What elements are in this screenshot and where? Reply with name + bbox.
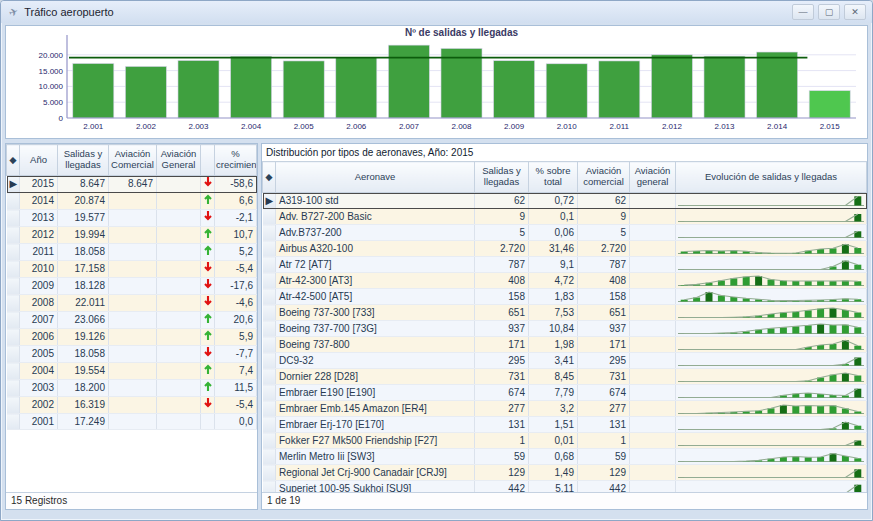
cell-salidas-llegadas: 5 bbox=[475, 225, 529, 241]
cell-aviacion-general bbox=[630, 305, 676, 321]
cell-salidas-llegadas: 19.554 bbox=[58, 363, 109, 380]
growth-down-icon bbox=[203, 176, 213, 188]
y-tick-label: 20.000 bbox=[39, 51, 64, 60]
cell-salidas-llegadas: 408 bbox=[475, 273, 529, 289]
year-row-2014[interactable]: 201420.8746,6 bbox=[7, 193, 257, 210]
column-header-aviacion-comercial[interactable]: Aviación comercial bbox=[578, 162, 630, 193]
column-header-porcentaje-total[interactable]: % sobre total bbox=[529, 162, 578, 193]
aircraft-row[interactable]: Embraer Erj-170 [E170]1311,51131 bbox=[263, 417, 867, 433]
year-row-2015[interactable]: ▶20158.6478.647-58,6 bbox=[7, 176, 257, 193]
year-row-2009[interactable]: 200918.128-17,6 bbox=[7, 278, 257, 295]
column-header-ano[interactable]: Año bbox=[20, 145, 58, 176]
y-tick-label: 0 bbox=[59, 114, 64, 123]
cell-ano: 2011 bbox=[20, 244, 58, 261]
year-row-2006[interactable]: 200619.1265,9 bbox=[7, 329, 257, 346]
cell-aviacion-comercial: 59 bbox=[578, 449, 630, 465]
cell-aeronave: Adv. B727-200 Basic bbox=[276, 209, 475, 225]
aircraft-row[interactable]: Dornier 228 [D28]7318,45731 bbox=[263, 369, 867, 385]
x-tick-label: 2.008 bbox=[451, 122, 472, 131]
cell-aviacion-general bbox=[630, 225, 676, 241]
column-header-salidas-llegadas[interactable]: Salidas y llegadas bbox=[58, 145, 109, 176]
x-tick-label: 2.002 bbox=[136, 122, 157, 131]
aircraft-row[interactable]: Atr-42-500 [AT5]1581,83158 bbox=[263, 289, 867, 305]
y-tick-label: 10.000 bbox=[39, 82, 64, 91]
growth-up-icon bbox=[203, 380, 213, 392]
aircraft-row[interactable]: Atr 72 [AT7]7879,1787 bbox=[263, 257, 867, 273]
growth-down-icon bbox=[203, 261, 213, 273]
year-row-2012[interactable]: 201219.99410,7 bbox=[7, 227, 257, 244]
column-header-trend[interactable] bbox=[201, 145, 215, 176]
cell-aeronave: DC9-32 bbox=[276, 353, 475, 369]
cell-aviacion-general bbox=[630, 353, 676, 369]
aircraft-row[interactable]: DC9-322953,41295 bbox=[263, 353, 867, 369]
aircraft-row[interactable]: Fokker F27 Mk500 Friendship [F27]10,011 bbox=[263, 433, 867, 449]
row-indicator bbox=[263, 449, 276, 465]
year-row-2013[interactable]: 201319.577-2,1 bbox=[7, 210, 257, 227]
bar-2.007 bbox=[388, 45, 429, 118]
aircraft-row[interactable]: Adv.B737-20050,065 bbox=[263, 225, 867, 241]
evolution-sparkline bbox=[678, 226, 864, 239]
cell-aviacion-general bbox=[157, 397, 201, 414]
year-row-2010[interactable]: 201017.158-5,4 bbox=[7, 261, 257, 278]
column-header-aeronave[interactable]: Aeronave bbox=[276, 162, 475, 193]
row-indicator bbox=[7, 380, 20, 397]
aircraft-row[interactable]: Embraer Emb.145 Amazon [ER4]2773,2277 bbox=[263, 401, 867, 417]
cell-aviacion-general bbox=[630, 401, 676, 417]
row-indicator bbox=[263, 353, 276, 369]
year-row-2007[interactable]: 200723.06620,6 bbox=[7, 312, 257, 329]
cell-crecimiento: 11,5 bbox=[215, 380, 257, 397]
cell-crecimiento: -58,6 bbox=[215, 176, 257, 193]
minimize-button[interactable]: — bbox=[792, 4, 814, 20]
cell-aviacion-comercial: 408 bbox=[578, 273, 630, 289]
cell-salidas-llegadas: 651 bbox=[475, 305, 529, 321]
indicator-column-header[interactable]: ◆ bbox=[7, 145, 20, 176]
cell-salidas-llegadas: 9 bbox=[475, 209, 529, 225]
year-row-2011[interactable]: 201118.0585,2 bbox=[7, 244, 257, 261]
close-button[interactable]: ✕ bbox=[844, 4, 866, 20]
aircraft-row[interactable]: Boeing 737-8001711,98171 bbox=[263, 337, 867, 353]
title-bar[interactable]: ✈ Tráfico aeropuerto — ▢ ✕ bbox=[1, 1, 872, 23]
aircraft-row[interactable]: Regional Jet Crj-900 Canadair [CRJ9]1291… bbox=[263, 465, 867, 481]
year-row-2002[interactable]: 200216.319-5,4 bbox=[7, 397, 257, 414]
cell-aviacion-comercial bbox=[109, 380, 157, 397]
cell-ano: 2002 bbox=[20, 397, 58, 414]
cell-aeronave: Fokker F27 Mk500 Friendship [F27] bbox=[276, 433, 475, 449]
cell-porcentaje-total: 7,79 bbox=[529, 385, 578, 401]
year-row-2003[interactable]: 200318.20011,5 bbox=[7, 380, 257, 397]
column-header-evolucion[interactable]: Evolución de salidas y llegadas bbox=[676, 162, 867, 193]
aircraft-row[interactable]: Airbus A320-1002.72031,462.720 bbox=[263, 241, 867, 257]
column-header-aviacion-comercial[interactable]: Aviación Comercial bbox=[109, 145, 157, 176]
cell-aviacion-general bbox=[157, 295, 201, 312]
cell-salidas-llegadas: 158 bbox=[475, 289, 529, 305]
aircraft-row[interactable]: Merlin Metro Iii [SW3]590,6859 bbox=[263, 449, 867, 465]
aircraft-row[interactable]: Atr-42-300 [AT3]4084,72408 bbox=[263, 273, 867, 289]
maximize-button[interactable]: ▢ bbox=[818, 4, 840, 20]
aircraft-row[interactable]: Boeing 737-300 [733]6517,53651 bbox=[263, 305, 867, 321]
aircraft-row[interactable]: ▶A319-100 std620,7262 bbox=[263, 193, 867, 209]
column-header-aviacion-general[interactable]: Aviación general bbox=[630, 162, 676, 193]
row-indicator bbox=[7, 244, 20, 261]
cell-evolucion bbox=[676, 337, 867, 353]
year-row-2004[interactable]: 200419.5547,4 bbox=[7, 363, 257, 380]
year-row-2005[interactable]: 200518.058-7,7 bbox=[7, 346, 257, 363]
cell-porcentaje-total: 0,72 bbox=[529, 193, 578, 209]
cell-trend bbox=[201, 414, 215, 430]
year-row-2008[interactable]: 200822.011-4,6 bbox=[7, 295, 257, 312]
evolution-sparkline bbox=[678, 194, 864, 207]
year-row-2001[interactable]: 200117.2490,0 bbox=[7, 414, 257, 430]
cell-salidas-llegadas: 131 bbox=[475, 417, 529, 433]
cell-aviacion-general bbox=[630, 209, 676, 225]
evolution-sparkline bbox=[678, 306, 864, 319]
cell-aeronave: Merlin Metro Iii [SW3] bbox=[276, 449, 475, 465]
column-header-crecimiento[interactable]: % crecimient bbox=[215, 145, 257, 176]
aircraft-row[interactable]: Embraer E190 [E190]6747,79674 bbox=[263, 385, 867, 401]
cell-crecimiento: 20,6 bbox=[215, 312, 257, 329]
indicator-column-header[interactable]: ◆ bbox=[263, 162, 276, 193]
evolution-sparkline bbox=[678, 258, 864, 271]
column-header-salidas-llegadas[interactable]: Salidas y llegadas bbox=[475, 162, 529, 193]
aircraft-row[interactable]: Adv. B727-200 Basic90,19 bbox=[263, 209, 867, 225]
cell-porcentaje-total: 1,49 bbox=[529, 465, 578, 481]
row-indicator bbox=[263, 321, 276, 337]
aircraft-row[interactable]: Boeing 737-700 [73G]93710,84937 bbox=[263, 321, 867, 337]
column-header-aviacion-general[interactable]: Aviación General bbox=[157, 145, 201, 176]
